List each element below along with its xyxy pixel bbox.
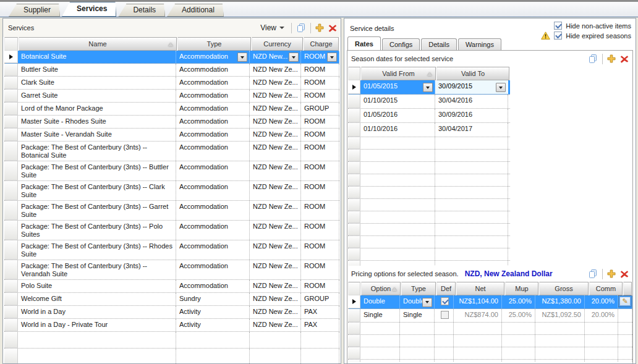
cell-mup[interactable]: 25.00% <box>502 309 535 322</box>
season-row[interactable]: 01/10/2015 30/04/2016 <box>348 95 510 109</box>
dropdown-button[interactable] <box>423 83 433 92</box>
cell-service-charge[interactable]: GROUP <box>301 293 339 305</box>
dropdown-button[interactable] <box>496 83 506 92</box>
service-row[interactable]: Master Suite - Rhodes Suite Accommodatio… <box>4 116 339 129</box>
column-header-option[interactable]: Option <box>361 282 401 295</box>
add-icon[interactable] <box>607 54 616 63</box>
column-header-type[interactable]: Type <box>177 37 251 51</box>
cell-service-charge[interactable]: ROOM <box>301 280 339 292</box>
copy-icon[interactable] <box>588 54 598 64</box>
cell-service-type[interactable]: Accommodation <box>176 142 250 161</box>
dropdown-button[interactable] <box>237 53 247 62</box>
cell-service-name[interactable]: Package: The Best of Canterbury (3nts) -… <box>18 240 176 260</box>
cell-service-name[interactable]: Package: The Best of Canterbury (3nts) -… <box>18 161 176 180</box>
service-row[interactable]: Package: The Best of Canterbury (3nts) -… <box>4 181 339 201</box>
cell-service-currency[interactable]: NZD New Ze... <box>250 260 301 279</box>
cell-service-name[interactable]: Package: The Best of Canterbury (3nts) -… <box>18 201 176 220</box>
delete-icon[interactable] <box>620 55 629 63</box>
cell-service-charge[interactable]: ROOM <box>301 51 339 63</box>
cell-service-type[interactable]: Accommodation <box>176 260 250 279</box>
service-row[interactable]: Clark Suite Accommodation NZD New Ze... … <box>4 77 339 90</box>
cell-service-name[interactable]: Polo Suite <box>18 280 176 292</box>
service-row[interactable]: World in a Day - Private Tour Activity N… <box>4 319 339 332</box>
cell-service-name[interactable]: Welcome Gift <box>18 293 176 305</box>
cell-valid-from[interactable]: 01/10/2015 <box>360 95 435 108</box>
cell-service-name[interactable]: Lord of the Manor Package <box>18 103 176 115</box>
cell-service-name[interactable]: Master Suite - Rhodes Suite <box>18 116 176 128</box>
service-row[interactable]: Botanical Suite Accommodation NZD New...… <box>4 51 339 64</box>
window-tab[interactable]: Supplier <box>9 4 60 17</box>
dropdown-button[interactable] <box>327 53 337 62</box>
cell-service-name[interactable]: Botanical Suite <box>18 51 176 63</box>
cell-service-currency[interactable]: NZD New Ze... <box>250 221 301 240</box>
cell-service-currency[interactable]: NZD New Ze... <box>250 293 301 305</box>
column-header-valid-to[interactable]: Valid To <box>436 67 509 80</box>
column-header-name[interactable]: Name <box>19 37 177 51</box>
cell-service-currency[interactable]: NZD New Ze... <box>250 161 301 180</box>
cell-option[interactable]: Single <box>360 309 400 322</box>
cell-service-charge[interactable]: PAX <box>301 319 339 331</box>
cell-service-type[interactable]: Accommodation <box>176 51 250 63</box>
add-icon[interactable] <box>607 269 616 278</box>
cell-service-name[interactable]: Package: The Best of Canterbury (3nts) -… <box>18 260 176 279</box>
details-tab[interactable]: Warnings <box>458 38 501 51</box>
cell-comm[interactable]: 20.00% <box>585 309 618 322</box>
service-row[interactable]: Package: The Best of Canterbury (3nts) -… <box>4 240 339 260</box>
cell-service-charge[interactable]: ROOM <box>301 240 339 260</box>
cell-service-charge[interactable]: ROOM <box>301 221 339 240</box>
cell-service-type[interactable]: Accommodation <box>176 181 250 200</box>
cell-type[interactable]: Single <box>400 309 435 322</box>
service-row[interactable]: Package: The Best of Canterbury (3nts) -… <box>4 142 339 161</box>
delete-icon[interactable] <box>620 270 629 278</box>
cell-service-currency[interactable]: NZD New Ze... <box>250 90 301 102</box>
cell-valid-from[interactable]: 01/10/2016 <box>360 123 435 137</box>
pricing-row[interactable]: Single Single NZ$874.00 25.00% NZ$1,092.… <box>348 309 632 323</box>
service-row[interactable]: Lord of the Manor Package Accommodation … <box>4 103 339 116</box>
cell-gross[interactable]: NZ$1,092.50 <box>535 309 585 322</box>
cell-service-charge[interactable]: ROOM <box>301 64 339 76</box>
details-tab[interactable]: Details <box>421 38 457 51</box>
cell-service-charge[interactable]: ROOM <box>301 161 339 180</box>
cell-default[interactable] <box>435 295 454 308</box>
cell-service-name[interactable]: Package: The Best of Canterbury (3nts) -… <box>18 181 176 200</box>
cell-gross[interactable]: NZ$1,380.00 <box>535 295 585 308</box>
dropdown-button[interactable] <box>422 298 432 307</box>
cell-service-currency[interactable]: NZD New Ze... <box>250 240 301 260</box>
cell-net[interactable]: NZ$1,104.00 <box>454 295 502 308</box>
cell-mup[interactable]: 25.00% <box>502 295 535 308</box>
service-row[interactable]: Garret Suite Accommodation NZD New Ze...… <box>4 90 339 103</box>
cell-service-type[interactable]: Accommodation <box>176 90 250 102</box>
column-header-def[interactable]: Def <box>436 282 456 295</box>
window-tab[interactable]: Details <box>118 4 165 17</box>
cell-edit[interactable]: ✎ <box>618 309 632 322</box>
cell-service-type[interactable]: Activity <box>176 306 250 318</box>
cell-service-charge[interactable]: ROOM <box>301 90 339 102</box>
details-tab[interactable]: Configs <box>382 38 420 51</box>
dropdown-button[interactable] <box>289 53 299 62</box>
details-tab[interactable]: Rates <box>347 36 381 51</box>
service-row[interactable]: Package: The Best of Canterbury (3nts) -… <box>4 221 339 240</box>
cell-service-charge[interactable]: ROOM <box>301 181 339 200</box>
cell-service-type[interactable]: Accommodation <box>176 240 250 260</box>
cell-net[interactable]: NZ$874.00 <box>454 309 502 322</box>
cell-service-type[interactable]: Accommodation <box>176 129 250 141</box>
cell-service-name[interactable]: World in a Day <box>18 306 176 318</box>
cell-valid-to[interactable]: 30/04/2016 <box>435 95 508 108</box>
cell-service-name[interactable]: World in a Day - Private Tour <box>18 319 176 331</box>
cell-option[interactable]: Double <box>360 295 400 308</box>
service-row[interactable]: Package: The Best of Canterbury (3nts) -… <box>4 260 339 280</box>
pricing-row[interactable]: Double Double NZ$1,104.00 25.00% NZ$1,38… <box>348 295 632 309</box>
cell-service-type[interactable]: Accommodation <box>176 77 250 89</box>
cell-service-charge[interactable]: ROOM <box>301 260 339 279</box>
cell-service-currency[interactable]: NZD New Ze... <box>250 280 301 292</box>
cell-service-name[interactable]: Package: The Best of Canterbury (3nts) -… <box>18 142 176 161</box>
cell-service-charge[interactable]: GROUP <box>301 103 339 115</box>
cell-service-currency[interactable]: NZD New Ze... <box>250 319 301 331</box>
column-header-gross[interactable]: Gross <box>539 282 589 295</box>
column-header-currency[interactable]: Currency <box>252 37 303 51</box>
cell-service-name[interactable]: Clark Suite <box>18 77 176 89</box>
cell-service-charge[interactable]: ROOM <box>301 142 339 161</box>
cell-service-currency[interactable]: NZD New Ze... <box>250 129 301 141</box>
cell-service-type[interactable]: Activity <box>176 319 250 331</box>
cell-service-currency[interactable]: NZD New Ze... <box>250 181 301 200</box>
